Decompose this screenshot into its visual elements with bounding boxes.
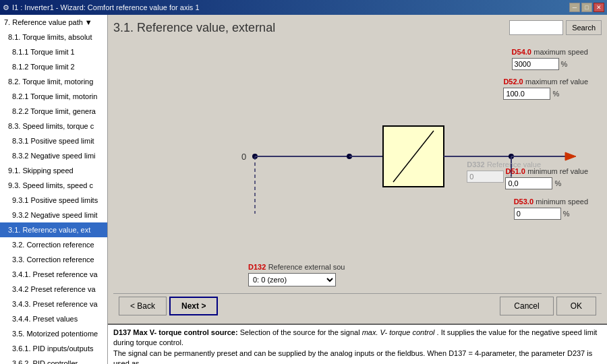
- info-line1: D137 Max V- torque control source: Selec…: [113, 328, 602, 348]
- next-button[interactable]: Next >: [169, 297, 218, 315]
- sidebar-item-6[interactable]: 8.2.2 Torque limit, genera: [0, 104, 107, 119]
- sidebar-item-4[interactable]: 8.2. Torque limit, motoring: [0, 74, 107, 89]
- param-d332-input: [467, 171, 504, 183]
- sidebar-item-7[interactable]: 8.3. Speed limits, torque c: [0, 119, 107, 133]
- info-normal-text: Selection of the source for the signal: [240, 328, 362, 336]
- sidebar-item-9[interactable]: 8.3.2 Negative speed limi: [0, 148, 107, 163]
- sidebar-item-22[interactable]: 3.6.1. PID inputs/outputs: [0, 341, 107, 356]
- param-d54-input[interactable]: [512, 58, 559, 70]
- sidebar-item-14[interactable]: 3.1. Reference value, ext: [0, 222, 107, 237]
- action-buttons: Cancel OK: [500, 297, 596, 315]
- info-line2: The signal can be permanently preset and…: [113, 348, 602, 364]
- arrow-right: [565, 152, 576, 160]
- sidebar-item-19[interactable]: 3.4.3. Preset reference va: [0, 297, 107, 311]
- param-d52-label: D52.0 maximum ref value: [503, 77, 588, 86]
- sidebar-item-0[interactable]: 7. Reference value path ▼: [0, 15, 107, 30]
- param-d53-input[interactable]: [514, 208, 561, 220]
- sidebar-item-20[interactable]: 3.4.4. Preset values: [0, 311, 107, 326]
- param-d53-label: D53.0 minimum speed: [514, 197, 588, 206]
- search-area: Search: [509, 20, 602, 35]
- diagram-area: 0: [113, 42, 602, 293]
- back-button[interactable]: < Back: [119, 297, 167, 315]
- bottom-bar: < Back Next > Cancel OK: [113, 293, 602, 318]
- param-d51-row: %: [505, 177, 588, 189]
- sidebar-item-8[interactable]: 8.3.1 Positive speed limit: [0, 133, 107, 148]
- title-bar: ⚙ I1 : Inverter1 - Wizard: Comfort refer…: [0, 0, 607, 15]
- param-d53: D53.0 minimum speed %: [514, 197, 588, 220]
- sidebar-list: 7. Reference value path ▼ 8.1. Torque li…: [0, 15, 107, 364]
- param-d51-unit: %: [554, 179, 561, 187]
- search-button[interactable]: Search: [566, 20, 602, 35]
- param-d132: D132 Reference external sou 0: 0 (zero) …: [248, 262, 345, 286]
- title-bar-controls: ─ □ ✕: [569, 3, 604, 12]
- search-input[interactable]: [509, 20, 563, 35]
- sidebar-item-23[interactable]: 3.6.2. PID controller: [0, 356, 107, 364]
- info-bold-text: D137 Max V- torque control source:: [113, 328, 238, 336]
- content-area: 3.1. Reference value, external Search 0: [108, 15, 607, 364]
- sidebar-item-2[interactable]: 8.1.1 Torque limit 1: [0, 44, 107, 59]
- ok-button[interactable]: OK: [556, 297, 596, 315]
- param-d54-unit: %: [561, 60, 568, 68]
- param-d52-input[interactable]: [503, 88, 550, 100]
- param-d132-select[interactable]: 0: 0 (zero) 1: Analog input 1 2: Analog …: [248, 273, 336, 286]
- info-bar: D137 Max V- torque control source: Selec…: [108, 324, 607, 364]
- main-container: 7. Reference value path ▼ 8.1. Torque li…: [0, 15, 607, 364]
- sidebar-item-21[interactable]: 3.5. Motorized potentiome: [0, 326, 107, 341]
- minimize-button[interactable]: ─: [569, 3, 580, 12]
- param-d53-row: %: [514, 208, 588, 220]
- zero-label: 0: [241, 152, 246, 162]
- close-button[interactable]: ✕: [594, 3, 604, 12]
- content-main: 3.1. Reference value, external Search 0: [108, 15, 607, 324]
- sidebar: 7. Reference value path ▼ 8.1. Torque li…: [0, 15, 108, 364]
- sidebar-item-3[interactable]: 8.1.2 Torque limit 2: [0, 59, 107, 74]
- sidebar-item-11[interactable]: 9.3. Speed limits, speed c: [0, 178, 107, 193]
- sidebar-item-1[interactable]: 8.1. Torque limits, absolut: [0, 30, 107, 44]
- cancel-button[interactable]: Cancel: [500, 297, 553, 315]
- window-icon: ⚙: [3, 3, 9, 12]
- sidebar-item-16[interactable]: 3.3. Correction reference: [0, 252, 107, 267]
- param-d53-unit: %: [563, 210, 570, 218]
- sidebar-item-13[interactable]: 9.3.2 Negative speed limit: [0, 208, 107, 222]
- page-title: 3.1. Reference value, external: [113, 21, 275, 35]
- param-d54: D54.0 maximum speed %: [512, 47, 588, 70]
- param-d51-input[interactable]: [505, 177, 552, 189]
- param-d52: D52.0 maximum ref value %: [503, 77, 588, 100]
- sidebar-item-18[interactable]: 3.4.2 Preset reference va: [0, 282, 107, 297]
- title-bar-title: ⚙ I1 : Inverter1 - Wizard: Comfort refer…: [3, 3, 200, 12]
- param-d54-row: %: [512, 58, 568, 70]
- sidebar-item-10[interactable]: 9.1. Skipping speed: [0, 163, 107, 178]
- content-header: 3.1. Reference value, external Search: [113, 20, 602, 35]
- param-d52-row: %: [503, 88, 588, 100]
- sidebar-item-17[interactable]: 3.4.1. Preset reference va: [0, 267, 107, 282]
- sidebar-item-12[interactable]: 9.3.1 Positive speed limits: [0, 193, 107, 208]
- param-d52-unit: %: [552, 90, 559, 98]
- param-d54-label: D54.0 maximum speed: [512, 47, 588, 57]
- param-d132-row: 0: 0 (zero) 1: Analog input 1 2: Analog …: [248, 273, 345, 286]
- param-d51: D51.0 minimum ref value %: [505, 166, 588, 189]
- param-d51-label: D51.0 minimum ref value: [505, 166, 588, 176]
- param-d132-label: D132 Reference external sou: [248, 262, 345, 272]
- sidebar-item-5[interactable]: 8.2.1 Torque limit, motorin: [0, 89, 107, 104]
- sidebar-item-15[interactable]: 3.2. Correction reference: [0, 237, 107, 252]
- maximize-button[interactable]: □: [581, 3, 592, 12]
- info-italic-text: max. V- torque control: [362, 328, 435, 336]
- nav-buttons: < Back Next >: [119, 297, 218, 315]
